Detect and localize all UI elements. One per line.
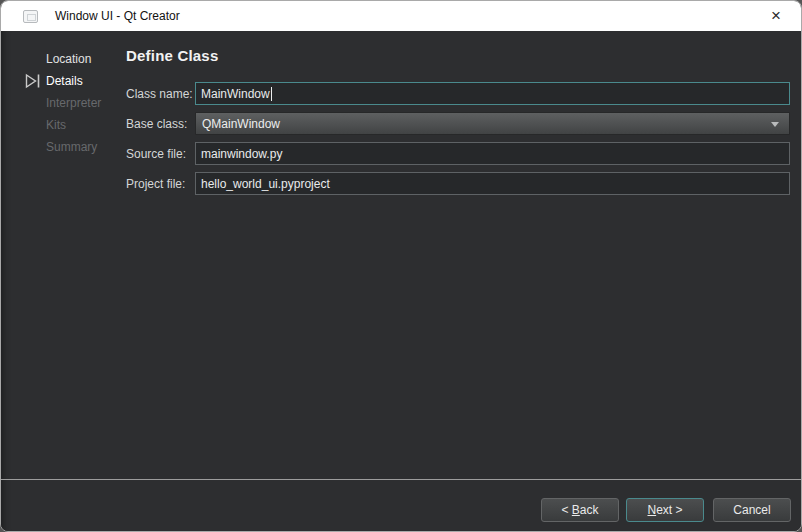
- sidebar-item-summary: Summary: [46, 137, 97, 157]
- base-class-row: Base class: QMainWindow: [126, 112, 790, 135]
- sidebar-item-location[interactable]: Location: [46, 49, 91, 69]
- window-title: Window UI - Qt Creator: [55, 9, 180, 23]
- dialog-body: Location Details Interpreter Kits Summar…: [1, 31, 801, 531]
- base-class-selected-value: QMainWindow: [202, 117, 280, 131]
- project-file-label: Project file:: [126, 177, 195, 191]
- project-file-input[interactable]: [195, 172, 790, 195]
- project-file-row: Project file:: [126, 172, 790, 195]
- sidebar-item-details[interactable]: Details: [46, 71, 83, 91]
- wizard-dialog: Window UI - Qt Creator × Location Detail…: [0, 0, 802, 532]
- class-name-input[interactable]: MainWindow: [195, 82, 790, 105]
- current-step-arrow-icon: [24, 73, 42, 89]
- app-icon: [23, 10, 38, 23]
- base-class-label: Base class:: [126, 117, 195, 131]
- source-file-label: Source file:: [126, 147, 195, 161]
- sidebar-item-interpreter: Interpreter: [46, 93, 101, 113]
- class-name-row: Class name: MainWindow: [126, 82, 790, 105]
- base-class-dropdown[interactable]: QMainWindow: [195, 112, 790, 135]
- cancel-button[interactable]: Cancel: [713, 498, 791, 522]
- source-file-row: Source file:: [126, 142, 790, 165]
- titlebar: Window UI - Qt Creator ×: [1, 1, 801, 31]
- back-button[interactable]: < Back: [541, 498, 619, 522]
- chevron-down-icon: [771, 122, 779, 127]
- next-button[interactable]: Next >: [626, 498, 704, 522]
- text-caret: [271, 87, 272, 101]
- page-title: Define Class: [126, 47, 218, 64]
- class-name-value: MainWindow: [201, 87, 270, 101]
- sidebar-item-kits: Kits: [46, 115, 66, 135]
- wizard-steps-sidebar: Location Details Interpreter Kits Summar…: [1, 31, 123, 531]
- close-icon[interactable]: ×: [763, 3, 789, 29]
- source-file-input[interactable]: [195, 142, 790, 165]
- footer-separator: [1, 479, 801, 480]
- class-name-label: Class name:: [126, 87, 195, 101]
